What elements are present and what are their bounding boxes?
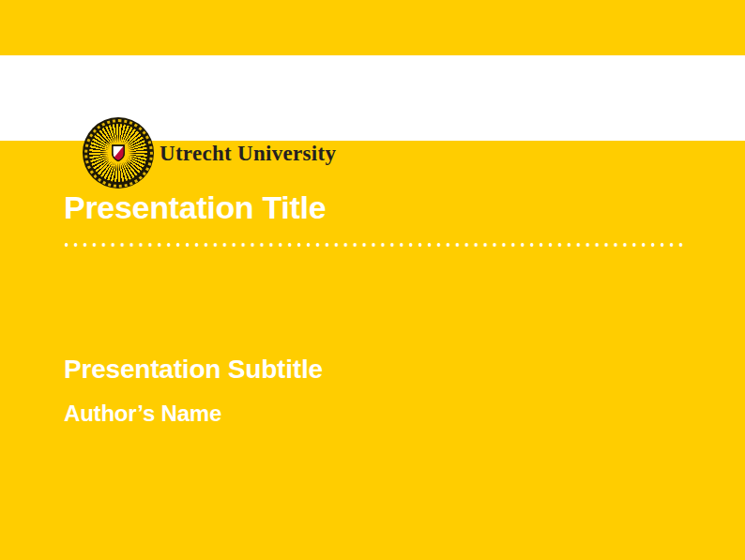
presentation-slide: Utrecht University Presentation Title Pr… xyxy=(0,0,745,560)
utrecht-shield-icon xyxy=(111,144,126,162)
author-name: Author’s Name xyxy=(64,402,221,425)
dotted-divider xyxy=(64,241,686,249)
logo-wordmark: Utrecht University xyxy=(160,143,336,164)
top-yellow-band xyxy=(0,0,745,55)
presentation-subtitle: Presentation Subtitle xyxy=(64,356,323,383)
utrecht-university-sun-logo xyxy=(83,117,154,189)
logo-band: Utrecht University xyxy=(0,55,745,141)
presentation-title: Presentation Title xyxy=(64,191,326,223)
